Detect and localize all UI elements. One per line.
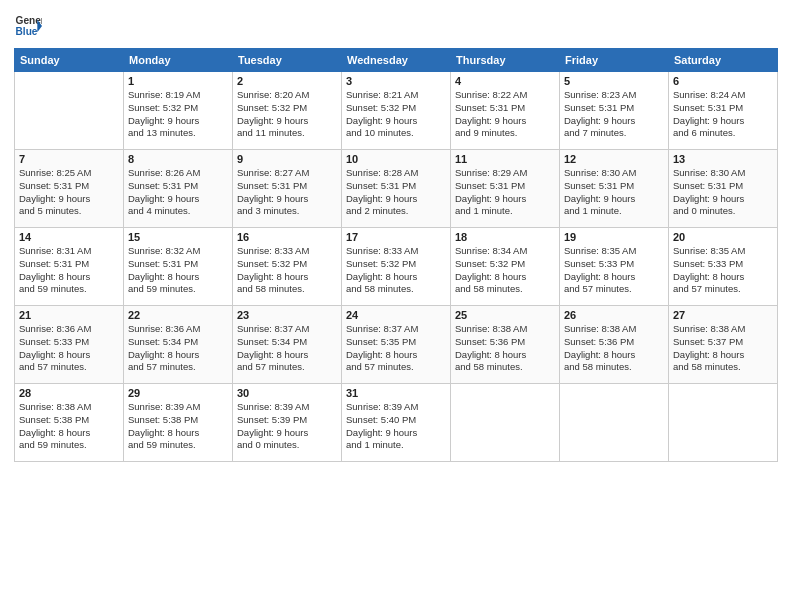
calendar-cell xyxy=(15,72,124,150)
day-info: Sunrise: 8:38 AM Sunset: 5:36 PM Dayligh… xyxy=(455,323,555,374)
day-info: Sunrise: 8:29 AM Sunset: 5:31 PM Dayligh… xyxy=(455,167,555,218)
calendar-cell: 12Sunrise: 8:30 AM Sunset: 5:31 PM Dayli… xyxy=(560,150,669,228)
day-info: Sunrise: 8:37 AM Sunset: 5:35 PM Dayligh… xyxy=(346,323,446,374)
week-row-3: 14Sunrise: 8:31 AM Sunset: 5:31 PM Dayli… xyxy=(15,228,778,306)
day-number: 23 xyxy=(237,309,337,321)
day-number: 24 xyxy=(346,309,446,321)
week-row-4: 21Sunrise: 8:36 AM Sunset: 5:33 PM Dayli… xyxy=(15,306,778,384)
day-info: Sunrise: 8:34 AM Sunset: 5:32 PM Dayligh… xyxy=(455,245,555,296)
day-info: Sunrise: 8:31 AM Sunset: 5:31 PM Dayligh… xyxy=(19,245,119,296)
weekday-header-thursday: Thursday xyxy=(451,49,560,72)
day-info: Sunrise: 8:35 AM Sunset: 5:33 PM Dayligh… xyxy=(564,245,664,296)
day-number: 5 xyxy=(564,75,664,87)
calendar-cell: 23Sunrise: 8:37 AM Sunset: 5:34 PM Dayli… xyxy=(233,306,342,384)
day-info: Sunrise: 8:33 AM Sunset: 5:32 PM Dayligh… xyxy=(346,245,446,296)
day-info: Sunrise: 8:32 AM Sunset: 5:31 PM Dayligh… xyxy=(128,245,228,296)
day-number: 22 xyxy=(128,309,228,321)
day-info: Sunrise: 8:30 AM Sunset: 5:31 PM Dayligh… xyxy=(564,167,664,218)
day-number: 20 xyxy=(673,231,773,243)
calendar-cell: 13Sunrise: 8:30 AM Sunset: 5:31 PM Dayli… xyxy=(669,150,778,228)
calendar-cell: 22Sunrise: 8:36 AM Sunset: 5:34 PM Dayli… xyxy=(124,306,233,384)
weekday-header-monday: Monday xyxy=(124,49,233,72)
day-info: Sunrise: 8:39 AM Sunset: 5:40 PM Dayligh… xyxy=(346,401,446,452)
day-number: 9 xyxy=(237,153,337,165)
weekday-header-tuesday: Tuesday xyxy=(233,49,342,72)
calendar-cell: 7Sunrise: 8:25 AM Sunset: 5:31 PM Daylig… xyxy=(15,150,124,228)
calendar-cell: 21Sunrise: 8:36 AM Sunset: 5:33 PM Dayli… xyxy=(15,306,124,384)
day-info: Sunrise: 8:39 AM Sunset: 5:39 PM Dayligh… xyxy=(237,401,337,452)
calendar-cell: 30Sunrise: 8:39 AM Sunset: 5:39 PM Dayli… xyxy=(233,384,342,462)
calendar-cell: 2Sunrise: 8:20 AM Sunset: 5:32 PM Daylig… xyxy=(233,72,342,150)
day-info: Sunrise: 8:36 AM Sunset: 5:33 PM Dayligh… xyxy=(19,323,119,374)
calendar-cell: 27Sunrise: 8:38 AM Sunset: 5:37 PM Dayli… xyxy=(669,306,778,384)
day-number: 21 xyxy=(19,309,119,321)
day-info: Sunrise: 8:30 AM Sunset: 5:31 PM Dayligh… xyxy=(673,167,773,218)
day-info: Sunrise: 8:25 AM Sunset: 5:31 PM Dayligh… xyxy=(19,167,119,218)
page: General Blue SundayMondayTuesdayWednesda… xyxy=(0,0,792,612)
day-number: 7 xyxy=(19,153,119,165)
day-number: 2 xyxy=(237,75,337,87)
calendar-cell: 31Sunrise: 8:39 AM Sunset: 5:40 PM Dayli… xyxy=(342,384,451,462)
calendar-cell xyxy=(669,384,778,462)
calendar-cell: 14Sunrise: 8:31 AM Sunset: 5:31 PM Dayli… xyxy=(15,228,124,306)
day-info: Sunrise: 8:22 AM Sunset: 5:31 PM Dayligh… xyxy=(455,89,555,140)
day-info: Sunrise: 8:35 AM Sunset: 5:33 PM Dayligh… xyxy=(673,245,773,296)
day-info: Sunrise: 8:24 AM Sunset: 5:31 PM Dayligh… xyxy=(673,89,773,140)
calendar-cell: 19Sunrise: 8:35 AM Sunset: 5:33 PM Dayli… xyxy=(560,228,669,306)
logo-icon: General Blue xyxy=(14,12,42,40)
day-number: 11 xyxy=(455,153,555,165)
day-number: 17 xyxy=(346,231,446,243)
calendar-cell: 28Sunrise: 8:38 AM Sunset: 5:38 PM Dayli… xyxy=(15,384,124,462)
day-info: Sunrise: 8:39 AM Sunset: 5:38 PM Dayligh… xyxy=(128,401,228,452)
calendar-cell: 4Sunrise: 8:22 AM Sunset: 5:31 PM Daylig… xyxy=(451,72,560,150)
svg-text:Blue: Blue xyxy=(16,26,38,37)
calendar-cell: 3Sunrise: 8:21 AM Sunset: 5:32 PM Daylig… xyxy=(342,72,451,150)
calendar-cell: 24Sunrise: 8:37 AM Sunset: 5:35 PM Dayli… xyxy=(342,306,451,384)
day-number: 30 xyxy=(237,387,337,399)
calendar-cell: 26Sunrise: 8:38 AM Sunset: 5:36 PM Dayli… xyxy=(560,306,669,384)
day-number: 8 xyxy=(128,153,228,165)
day-info: Sunrise: 8:36 AM Sunset: 5:34 PM Dayligh… xyxy=(128,323,228,374)
calendar-cell: 10Sunrise: 8:28 AM Sunset: 5:31 PM Dayli… xyxy=(342,150,451,228)
header: General Blue xyxy=(14,12,778,40)
calendar-cell: 29Sunrise: 8:39 AM Sunset: 5:38 PM Dayli… xyxy=(124,384,233,462)
calendar-cell: 9Sunrise: 8:27 AM Sunset: 5:31 PM Daylig… xyxy=(233,150,342,228)
day-info: Sunrise: 8:23 AM Sunset: 5:31 PM Dayligh… xyxy=(564,89,664,140)
calendar-cell: 25Sunrise: 8:38 AM Sunset: 5:36 PM Dayli… xyxy=(451,306,560,384)
day-number: 10 xyxy=(346,153,446,165)
day-number: 16 xyxy=(237,231,337,243)
day-number: 26 xyxy=(564,309,664,321)
day-info: Sunrise: 8:37 AM Sunset: 5:34 PM Dayligh… xyxy=(237,323,337,374)
day-info: Sunrise: 8:38 AM Sunset: 5:37 PM Dayligh… xyxy=(673,323,773,374)
day-info: Sunrise: 8:38 AM Sunset: 5:36 PM Dayligh… xyxy=(564,323,664,374)
day-number: 12 xyxy=(564,153,664,165)
day-number: 1 xyxy=(128,75,228,87)
weekday-header-wednesday: Wednesday xyxy=(342,49,451,72)
day-info: Sunrise: 8:19 AM Sunset: 5:32 PM Dayligh… xyxy=(128,89,228,140)
calendar-cell: 16Sunrise: 8:33 AM Sunset: 5:32 PM Dayli… xyxy=(233,228,342,306)
calendar-cell: 20Sunrise: 8:35 AM Sunset: 5:33 PM Dayli… xyxy=(669,228,778,306)
day-number: 3 xyxy=(346,75,446,87)
day-info: Sunrise: 8:28 AM Sunset: 5:31 PM Dayligh… xyxy=(346,167,446,218)
calendar-cell: 5Sunrise: 8:23 AM Sunset: 5:31 PM Daylig… xyxy=(560,72,669,150)
week-row-5: 28Sunrise: 8:38 AM Sunset: 5:38 PM Dayli… xyxy=(15,384,778,462)
day-number: 29 xyxy=(128,387,228,399)
calendar-cell: 6Sunrise: 8:24 AM Sunset: 5:31 PM Daylig… xyxy=(669,72,778,150)
calendar-cell xyxy=(560,384,669,462)
day-number: 28 xyxy=(19,387,119,399)
day-number: 18 xyxy=(455,231,555,243)
week-row-1: 1Sunrise: 8:19 AM Sunset: 5:32 PM Daylig… xyxy=(15,72,778,150)
logo: General Blue xyxy=(14,12,42,40)
day-info: Sunrise: 8:27 AM Sunset: 5:31 PM Dayligh… xyxy=(237,167,337,218)
weekday-header-row: SundayMondayTuesdayWednesdayThursdayFrid… xyxy=(15,49,778,72)
day-info: Sunrise: 8:21 AM Sunset: 5:32 PM Dayligh… xyxy=(346,89,446,140)
day-number: 31 xyxy=(346,387,446,399)
calendar-cell: 15Sunrise: 8:32 AM Sunset: 5:31 PM Dayli… xyxy=(124,228,233,306)
week-row-2: 7Sunrise: 8:25 AM Sunset: 5:31 PM Daylig… xyxy=(15,150,778,228)
calendar-cell: 18Sunrise: 8:34 AM Sunset: 5:32 PM Dayli… xyxy=(451,228,560,306)
weekday-header-sunday: Sunday xyxy=(15,49,124,72)
day-number: 25 xyxy=(455,309,555,321)
calendar-cell: 1Sunrise: 8:19 AM Sunset: 5:32 PM Daylig… xyxy=(124,72,233,150)
weekday-header-friday: Friday xyxy=(560,49,669,72)
day-number: 4 xyxy=(455,75,555,87)
